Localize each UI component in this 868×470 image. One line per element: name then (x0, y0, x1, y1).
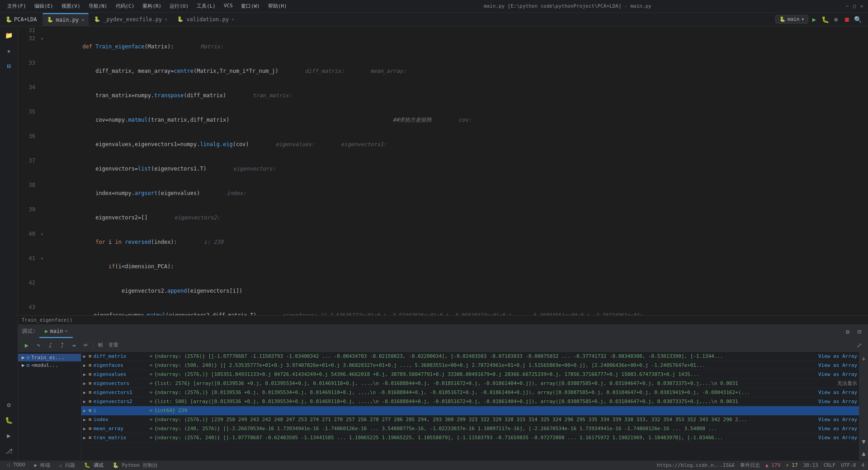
menu-vcs[interactable]: VCS (220, 2, 236, 10)
event-log[interactable]: 事件日志 (740, 462, 760, 469)
var-expand-eigenvectors1[interactable]: ▶ (83, 390, 89, 395)
view-as-eigenfaces[interactable]: View as Array (818, 362, 857, 368)
view-as-index[interactable]: View as Array (818, 417, 857, 423)
view-as-mean-array[interactable]: View as Array (818, 426, 857, 432)
view-as-eigenvalues[interactable]: View as Array (818, 371, 857, 377)
var-expand-tran-matrix[interactable]: ▶ (83, 435, 89, 440)
git-url[interactable]: https://blog.csdn.n...15&6 (657, 462, 735, 468)
fold-arrow-32[interactable]: ▾ (41, 36, 43, 41)
var-row-index[interactable]: ▶ ≡ index = {ndarray: (2576,)} [239 250 … (81, 415, 859, 424)
maximize-button[interactable]: □ (852, 4, 857, 9)
menu-bar[interactable]: 文件(F) 编辑(E) 视图(V) 导航(N) 代码(C) 重构(R) 运行(U… (4, 2, 291, 10)
tab-todo[interactable]: ☐ TODO (4, 461, 29, 470)
sidebar-bookmark-icon[interactable]: ★ (2, 43, 16, 58)
var-expand-eigenfaces[interactable]: ▶ (83, 363, 89, 368)
window-controls[interactable]: ─ □ ✕ (844, 4, 864, 9)
var-expand-eigenvectors[interactable]: ▶ (83, 381, 89, 386)
tab-close-main[interactable]: ✕ (81, 17, 84, 22)
view-as-diff-matrix[interactable]: View as Array (818, 353, 857, 359)
debug-expand-up-icon[interactable]: ▲ (859, 448, 868, 458)
menu-file[interactable]: 文件(F) (4, 2, 30, 10)
var-row-mean-array[interactable]: ▶ ≡ mean_array = {ndarray: (240, 2576)} … (81, 424, 859, 433)
tab-terminal[interactable]: ▶ 终端 (31, 461, 54, 470)
tab-validation[interactable]: 🐍 validation.py ✕ (173, 13, 239, 26)
variables-panel[interactable]: ▶ ≡ diff_matrix = {ndarray: (2576)} [[-1… (81, 352, 859, 460)
run-to-cursor-button[interactable]: ⇥ (69, 340, 79, 350)
sidebar-git-icon[interactable]: ⎇ (2, 444, 16, 458)
encoding[interactable]: UTF-8 (841, 462, 856, 468)
menu-tools[interactable]: 工具(L) (193, 2, 219, 10)
var-expand-mean-array[interactable]: ▶ (83, 426, 89, 431)
indent-size[interactable]: 4 (861, 462, 864, 468)
var-row-eigenfaces[interactable]: ▶ ≡ eigenfaces = {ndarray: (500, 240)} [… (81, 361, 859, 370)
menu-window[interactable]: 窗口(W) (237, 2, 264, 10)
menu-run[interactable]: 运行(U) (166, 2, 192, 10)
menu-view[interactable]: 视图(V) (58, 2, 84, 10)
close-button[interactable]: ✕ (859, 4, 864, 9)
var-row-tran-matrix[interactable]: ▶ ≡ tran_matrix = {ndarray: (2576, 240)}… (81, 433, 859, 442)
sidebar-debug-icon[interactable]: 🐛 (2, 413, 16, 427)
var-expand-eigenvectors2[interactable]: ▶ (83, 399, 89, 404)
menu-nav[interactable]: 导航(N) (85, 2, 111, 10)
coverage-button[interactable]: ⊛ (831, 14, 841, 24)
var-row-eigenvectors2[interactable]: ▶ ≡ eigenvectors2 = {list: 500} [array([… (81, 397, 859, 406)
run-config-dropdown[interactable]: 🐍 main ▾ (775, 15, 808, 24)
tab-main-py[interactable]: 🐍 main.py ✕ (42, 13, 89, 26)
frame-item-train[interactable]: ▶ ⊡ Train_ei... (18, 354, 81, 361)
view-as-eigenvectors[interactable]: 无法显示 (837, 380, 857, 387)
tab-close-pydev[interactable]: ✕ (165, 17, 167, 22)
debug-button[interactable]: 🐛 (820, 14, 830, 24)
tab-problems[interactable]: ⚠ 问题 (56, 461, 79, 470)
debug-settings-icon[interactable]: ⚙ (843, 327, 853, 337)
bottom-tabs: ☐ TODO ▶ 终端 ⚠ 问题 🐛 调试 🐍 Python 控制台 (4, 461, 161, 470)
debug-expand-down-icon[interactable]: ▼ (859, 437, 868, 446)
menu-help[interactable]: 帮助(H) (264, 2, 291, 10)
view-as-eigenvectors1[interactable]: View as Array (818, 389, 857, 395)
resume-button[interactable]: ▶ (22, 340, 32, 350)
warning-count[interactable]: ⚡ 17 (786, 462, 798, 468)
var-row-i[interactable]: ▶ ≡ i = {int64} 239 (81, 406, 859, 415)
step-out-button[interactable]: ⤴ (57, 340, 67, 350)
sidebar-structure-icon[interactable]: ⊟ (2, 59, 16, 73)
stop-button[interactable]: ⏹ (842, 14, 852, 24)
step-into-button[interactable]: ⤵ (45, 340, 55, 350)
debug-layout-icon[interactable]: ⊟ (854, 327, 864, 337)
minimize-button[interactable]: ─ (844, 4, 850, 9)
fold-arrow-41[interactable]: ▾ (41, 256, 43, 261)
evaluate-button[interactable]: ⌨ (80, 340, 90, 350)
debug-tab-close[interactable]: ✕ (65, 328, 67, 333)
var-row-eigenvectors1[interactable]: ▶ ≡ eigenvectors1 = {ndarray: (2576,)} [… (81, 388, 859, 397)
sidebar-run-icon[interactable]: ▶ (2, 428, 16, 443)
var-expand-eigenvalues[interactable]: ▶ (83, 372, 89, 377)
run-button[interactable]: ▶ (809, 14, 819, 24)
sidebar-project-icon[interactable]: 📁 (2, 28, 16, 43)
cursor-position[interactable]: 38:13 (803, 462, 818, 468)
debug-add-icon[interactable]: + (859, 354, 868, 364)
error-count[interactable]: ▲ 179 (765, 462, 780, 468)
menu-refactor[interactable]: 重构(R) (139, 2, 165, 10)
tab-debug[interactable]: 🐛 调试 (80, 461, 107, 470)
debug-expand-icon[interactable]: ⤢ (854, 340, 864, 350)
view-as-eigenvectors2[interactable]: View as Array (818, 399, 857, 404)
main-layout: 📁 ★ ⊟ ⚙ 🐛 ▶ ⎇ 31 32 ▾ def Train_e (0, 26, 868, 460)
tab-close-validation[interactable]: ✕ (231, 17, 234, 22)
menu-code[interactable]: 代码(C) (112, 2, 138, 10)
view-as-tran-matrix[interactable]: View as Array (818, 435, 857, 441)
var-expand-i[interactable]: ▶ (83, 408, 89, 413)
sidebar-settings-icon[interactable]: ⚙ (2, 398, 16, 412)
fold-arrow-40[interactable]: ▾ (41, 232, 43, 237)
menu-edit[interactable]: 编辑(E) (31, 2, 57, 10)
line-ending[interactable]: CRLF (824, 462, 836, 468)
var-row-eigenvalues[interactable]: ▶ ≡ eigenvalues = {ndarray: (2576,)} [10… (81, 370, 859, 379)
tab-pydev[interactable]: 🐍 _pydev_execfile.py ✕ (90, 13, 172, 26)
var-expand-index[interactable]: ▶ (83, 417, 89, 422)
var-expand-diff-matrix[interactable]: ▶ (83, 354, 89, 359)
var-row-diff-matrix[interactable]: ▶ ≡ diff_matrix = {ndarray: (2576)} [[-1… (81, 352, 859, 361)
debug-tab-main[interactable]: ▶ main ✕ (39, 325, 73, 338)
step-over-button[interactable]: ↷ (33, 340, 43, 350)
tab-python-console[interactable]: 🐍 Python 控制台 (109, 461, 161, 470)
frame-item-module[interactable]: ▶ ⊡ <modul... (18, 361, 81, 369)
var-row-eigenvectors[interactable]: ▶ ≡ eigenvectors = {list: 2576} [array([… (81, 379, 859, 388)
search-everywhere-button[interactable]: 🔍 (853, 14, 863, 24)
code-editor[interactable]: 31 32 ▾ def Train_eigenface(Matrix): Mat… (18, 26, 868, 324)
